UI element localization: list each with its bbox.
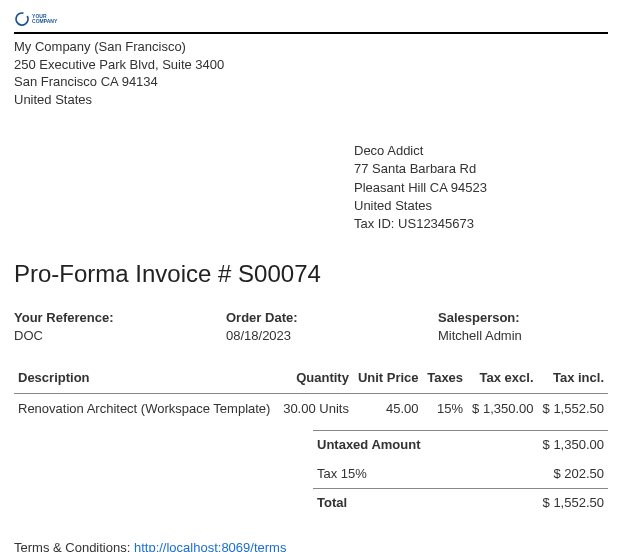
cell-quantity: 30.00 Units [278,394,353,425]
order-date-value: 08/18/2023 [226,327,438,345]
terms-label: Terms & Conditions: [14,540,130,552]
terms-link[interactable]: http://localhost:8069/terms [134,540,286,552]
cell-taxes: 15% [423,394,468,425]
tax-value: $ 202.50 [553,465,604,483]
col-quantity: Quantity [278,365,353,394]
col-description: Description [14,365,278,394]
page-title: Pro-Forma Invoice # S00074 [14,257,608,291]
totals-untaxed-row: Untaxed Amount $ 1,350.00 [313,430,608,459]
header-rule [14,32,608,34]
customer-street: 77 Santa Barbara Rd [354,160,608,178]
reference-label: Your Reference: [14,309,226,327]
totals-total-row: Total $ 1,552.50 [313,488,608,517]
lines-table: Description Quantity Unit Price Taxes Ta… [14,365,608,424]
svg-point-0 [14,11,30,27]
table-header-row: Description Quantity Unit Price Taxes Ta… [14,365,608,394]
customer-tax-id: US12345673 [398,216,474,231]
untaxed-label: Untaxed Amount [317,436,421,454]
meta-salesperson: Salesperson: Mitchell Admin [438,309,608,345]
total-label: Total [317,494,347,512]
logo-text: YOUR COMPANY [32,14,62,24]
customer-name: Deco Addict [354,142,608,160]
logo-row: YOUR COMPANY [14,8,608,30]
total-value: $ 1,552.50 [543,494,604,512]
tax-label: Tax 15% [317,465,367,483]
company-country: United States [14,91,608,109]
table-row: Renovation Architect (Workspace Template… [14,394,608,425]
totals-tax-row: Tax 15% $ 202.50 [313,460,608,488]
customer-tax-id-label: Tax ID: [354,216,394,231]
customer-address: Deco Addict 77 Santa Barbara Rd Pleasant… [354,142,608,233]
company-city: San Francisco CA 94134 [14,73,608,91]
company-address: My Company (San Francisco) 250 Executive… [14,38,608,108]
cell-tax-excl: $ 1,350.00 [467,394,537,425]
col-tax-excl: Tax excl. [467,365,537,394]
col-taxes: Taxes [423,365,468,394]
customer-tax-id-row: Tax ID: US12345673 [354,215,608,233]
company-logo: YOUR COMPANY [14,8,62,30]
customer-country: United States [354,197,608,215]
company-name: My Company (San Francisco) [14,38,608,56]
customer-city: Pleasant Hill CA 94523 [354,179,608,197]
cell-description: Renovation Architect (Workspace Template… [14,394,278,425]
meta-reference: Your Reference: DOC [14,309,226,345]
salesperson-value: Mitchell Admin [438,327,608,345]
company-street: 250 Executive Park Blvd, Suite 3400 [14,56,608,74]
cell-unit-price: 45.00 [353,394,423,425]
totals-block: Untaxed Amount $ 1,350.00 Tax 15% $ 202.… [313,430,608,517]
order-date-label: Order Date: [226,309,438,327]
cell-tax-incl: $ 1,552.50 [538,394,608,425]
col-unit-price: Unit Price [353,365,423,394]
meta-order-date: Order Date: 08/18/2023 [226,309,438,345]
reference-value: DOC [14,327,226,345]
col-tax-incl: Tax incl. [538,365,608,394]
terms-row: Terms & Conditions: http://localhost:806… [14,539,608,552]
salesperson-label: Salesperson: [438,309,608,327]
meta-row: Your Reference: DOC Order Date: 08/18/20… [14,309,608,345]
untaxed-value: $ 1,350.00 [543,436,604,454]
logo-icon [14,8,30,30]
